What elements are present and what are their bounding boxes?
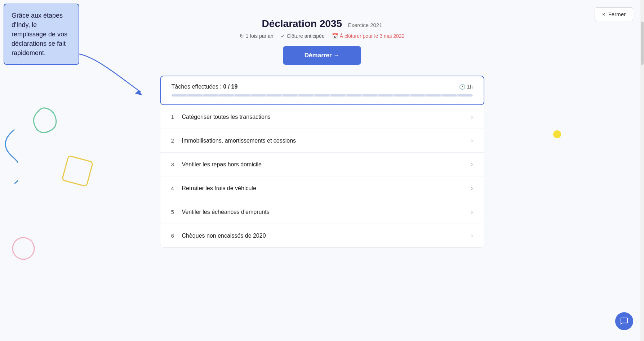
segment-5 xyxy=(235,94,249,97)
progress-header: Tâches effectuées : 0 / 19 🕐 1h xyxy=(172,84,473,90)
chevron-icon-3: › xyxy=(471,161,473,168)
segment-6 xyxy=(251,94,266,97)
close-icon: × xyxy=(602,11,605,17)
tooltip-text: Grâce aux étapes d'Indy, le remplissage … xyxy=(12,12,67,57)
clock-icon: 🕐 xyxy=(459,84,465,90)
segment-3 xyxy=(203,94,218,97)
task-label-5: Ventiler les échéances d'emprunts xyxy=(182,209,471,215)
task-item-4[interactable]: 4 Retraiter les frais de véhicule › xyxy=(160,176,484,200)
segment-12 xyxy=(347,94,361,97)
header-badges: ↻ 1 fois par an ✓ Clôture anticipée 📅 À … xyxy=(240,33,405,39)
exercise-badge: Exercice 2021 xyxy=(348,22,382,28)
segment-1 xyxy=(172,94,186,97)
task-item-1[interactable]: 1 Catégoriser toutes les transactions › xyxy=(160,105,484,129)
chevron-icon-2: › xyxy=(471,137,473,144)
task-item-5[interactable]: 5 Ventiler les échéances d'emprunts › xyxy=(160,200,484,224)
tasks-list: 1 Catégoriser toutes les transactions › … xyxy=(160,105,484,248)
task-number-6: 6 xyxy=(171,233,182,239)
segment-18 xyxy=(442,94,457,97)
segment-17 xyxy=(426,94,441,97)
segment-16 xyxy=(410,94,425,97)
progress-label-text: Tâches effectuées : xyxy=(172,84,222,90)
page-title: Déclaration 2035 xyxy=(262,18,342,29)
badge-recurring: ↻ 1 fois par an xyxy=(240,33,274,39)
start-button[interactable]: Démarrer → xyxy=(283,46,361,65)
task-item-2[interactable]: 2 Immobilisations, amortissements et ces… xyxy=(160,129,484,153)
close-label: Fermer xyxy=(608,11,626,17)
progress-bar xyxy=(172,94,473,97)
tooltip-box: Grâce aux étapes d'Indy, le remplissage … xyxy=(4,4,79,65)
segment-13 xyxy=(363,94,377,97)
task-item-3[interactable]: 3 Ventiler les repas hors domicile › xyxy=(160,153,484,176)
segment-2 xyxy=(187,94,202,97)
segment-4 xyxy=(219,94,234,97)
chevron-icon-5: › xyxy=(471,208,473,216)
segment-7 xyxy=(267,94,281,97)
segment-11 xyxy=(331,94,345,97)
segment-9 xyxy=(299,94,313,97)
page-header: Déclaration 2035 Exercice 2021 ↻ 1 fois … xyxy=(240,18,405,39)
scrollbar-thumb[interactable] xyxy=(641,22,644,65)
segment-19 xyxy=(458,94,472,97)
chat-icon xyxy=(620,317,629,326)
main-content: Déclaration 2035 Exercice 2021 ↻ 1 fois … xyxy=(0,0,644,248)
chat-button[interactable] xyxy=(615,312,633,330)
task-item-6[interactable]: 6 Chèques non encaissés de 2020 › xyxy=(160,224,484,247)
recurring-icon: ↻ xyxy=(240,33,244,39)
task-number-2: 2 xyxy=(171,138,182,144)
badge-check: ✓ Clôture anticipée xyxy=(281,33,325,39)
task-label-2: Immobilisations, amortissements et cessi… xyxy=(182,138,471,144)
chevron-icon-4: › xyxy=(471,184,473,192)
task-number-4: 4 xyxy=(171,185,182,191)
time-value: 1h xyxy=(467,84,473,90)
calendar-icon: 📅 xyxy=(332,33,338,39)
segment-10 xyxy=(315,94,329,97)
scrollbar-track[interactable] xyxy=(640,0,644,341)
segment-15 xyxy=(394,94,409,97)
task-number-5: 5 xyxy=(171,209,182,215)
task-label-4: Retraiter les frais de véhicule xyxy=(182,185,471,192)
progress-count: 0 / 19 xyxy=(223,84,237,90)
start-label: Démarrer → xyxy=(305,52,339,59)
time-estimate: 🕐 1h xyxy=(459,84,473,90)
task-number-3: 3 xyxy=(171,161,182,167)
segment-8 xyxy=(283,94,297,97)
progress-card: Tâches effectuées : 0 / 19 🕐 1h xyxy=(160,76,484,105)
task-label-6: Chèques non encaissés de 2020 xyxy=(182,233,471,239)
chevron-icon-6: › xyxy=(471,232,473,239)
date-text: À clôturer pour le 3 mai 2022 xyxy=(340,33,405,39)
check-text: Clôture anticipée xyxy=(287,33,325,39)
progress-label: Tâches effectuées : 0 / 19 xyxy=(172,84,238,90)
close-button[interactable]: × Fermer xyxy=(595,7,633,21)
task-label-1: Catégoriser toutes les transactions xyxy=(182,114,471,120)
badge-date: 📅 À clôturer pour le 3 mai 2022 xyxy=(332,33,405,39)
check-icon: ✓ xyxy=(281,33,285,39)
task-label-3: Ventiler les repas hors domicile xyxy=(182,161,471,168)
recurring-text: 1 fois par an xyxy=(246,33,274,39)
segment-14 xyxy=(378,94,393,97)
task-number-1: 1 xyxy=(171,114,182,120)
chevron-icon-1: › xyxy=(471,113,473,121)
